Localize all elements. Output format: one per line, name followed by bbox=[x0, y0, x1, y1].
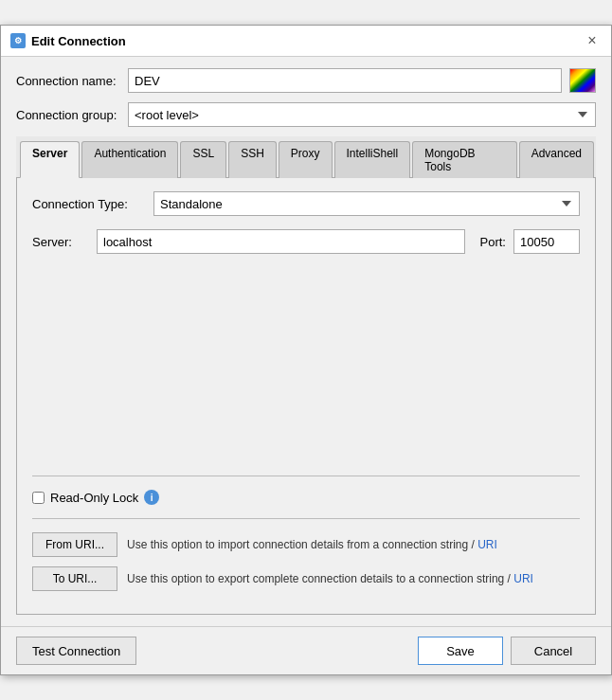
connection-group-select[interactable]: <root level> bbox=[128, 102, 596, 127]
port-label: Port: bbox=[480, 235, 506, 249]
connection-name-row: Connection name: bbox=[16, 68, 596, 93]
title-bar: ⚙ Edit Connection × bbox=[1, 26, 611, 57]
title-bar-left: ⚙ Edit Connection bbox=[10, 33, 126, 48]
from-uri-link[interactable]: URI bbox=[477, 538, 497, 551]
to-uri-description: Use this option to export complete conne… bbox=[127, 572, 533, 585]
test-connection-button[interactable]: Test Connection bbox=[16, 637, 136, 665]
info-icon[interactable]: i bbox=[144, 490, 159, 505]
tab-proxy[interactable]: Proxy bbox=[279, 141, 333, 178]
server-row: Server: Port: bbox=[32, 229, 580, 254]
server-label: Server: bbox=[32, 235, 89, 249]
content-spacer bbox=[32, 254, 580, 462]
cancel-button[interactable]: Cancel bbox=[511, 637, 596, 665]
divider-2 bbox=[32, 518, 580, 519]
to-uri-row: To URI... Use this option to export comp… bbox=[32, 566, 580, 591]
close-button[interactable]: × bbox=[583, 31, 602, 50]
color-swatch[interactable] bbox=[569, 68, 596, 93]
from-uri-row: From URI... Use this option to import co… bbox=[32, 532, 580, 557]
from-uri-description: Use this option to import connection det… bbox=[127, 538, 497, 551]
connection-type-row: Connection Type: Standalone bbox=[32, 191, 580, 216]
tabs-bar: Server Authentication SSL SSH Proxy Inte… bbox=[16, 136, 596, 178]
tab-server[interactable]: Server bbox=[20, 141, 80, 178]
port-input[interactable] bbox=[513, 229, 580, 254]
from-uri-button[interactable]: From URI... bbox=[32, 532, 117, 557]
to-uri-button[interactable]: To URI... bbox=[32, 566, 117, 591]
tab-ssh[interactable]: SSH bbox=[228, 141, 277, 178]
to-uri-link[interactable]: URI bbox=[513, 572, 533, 585]
tab-authentication[interactable]: Authentication bbox=[81, 141, 178, 178]
connection-group-label: Connection group: bbox=[16, 108, 120, 122]
readonly-row: Read-Only Lock i bbox=[32, 490, 580, 505]
bottom-bar: Test Connection Save Cancel bbox=[1, 626, 611, 674]
tab-mongodb-tools[interactable]: MongoDB Tools bbox=[412, 141, 516, 178]
tab-content-server: Connection Type: Standalone Server: Port… bbox=[16, 178, 596, 615]
connection-group-row: Connection group: <root level> bbox=[16, 102, 596, 127]
connection-type-select[interactable]: Standalone bbox=[153, 191, 580, 216]
readonly-label: Read-Only Lock bbox=[50, 491, 138, 505]
divider-1 bbox=[32, 476, 580, 476]
tab-ssl[interactable]: SSL bbox=[180, 141, 226, 178]
window-title: Edit Connection bbox=[31, 34, 126, 48]
window-icon: ⚙ bbox=[10, 33, 26, 48]
tab-intellishell[interactable]: IntelliShell bbox=[334, 141, 411, 178]
tab-advanced[interactable]: Advanced bbox=[519, 141, 594, 178]
save-button[interactable]: Save bbox=[418, 637, 503, 665]
server-input[interactable] bbox=[97, 229, 465, 254]
form-body: Connection name: Connection group: <root… bbox=[1, 57, 611, 626]
edit-connection-window: ⚙ Edit Connection × Connection name: Con… bbox=[0, 25, 612, 675]
right-buttons: Save Cancel bbox=[418, 637, 596, 665]
readonly-checkbox[interactable] bbox=[32, 492, 45, 504]
connection-type-label: Connection Type: bbox=[32, 197, 146, 211]
connection-name-label: Connection name: bbox=[16, 74, 120, 88]
connection-name-input[interactable] bbox=[128, 68, 562, 93]
